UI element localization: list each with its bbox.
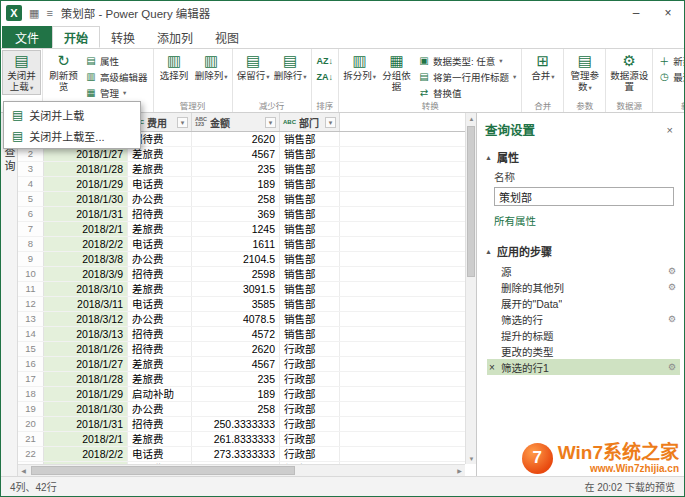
table-cell[interactable]: 电话费: [128, 237, 192, 251]
row-number[interactable]: 11: [18, 282, 44, 296]
table-cell[interactable]: 189: [192, 387, 280, 401]
table-cell[interactable]: 办公费: [128, 252, 192, 266]
table-cell[interactable]: 2018/1/28: [44, 162, 128, 176]
table-cell[interactable]: 4572: [192, 327, 280, 341]
table-cell[interactable]: 2018/2/1: [44, 222, 128, 236]
table-cell[interactable]: 2018/3/13: [44, 327, 128, 341]
scroll-right-icon[interactable]: ▶: [454, 465, 465, 476]
table-cell[interactable]: 4567: [192, 147, 280, 161]
applied-step-6[interactable]: 更改的类型: [487, 343, 680, 359]
table-cell[interactable]: 4078.5: [192, 312, 280, 326]
table-cell[interactable]: 电话费: [128, 297, 192, 311]
tab-视图[interactable]: 视图: [204, 26, 250, 48]
table-cell[interactable]: 189: [192, 177, 280, 191]
filter-icon[interactable]: ▾: [265, 117, 276, 128]
table-cell[interactable]: 2018/1/27: [44, 357, 128, 371]
replace-values-button[interactable]: ⇄替换值: [415, 85, 519, 100]
row-number[interactable]: 21: [18, 432, 44, 446]
scroll-left-icon[interactable]: ◀: [18, 465, 29, 476]
row-number[interactable]: 5: [18, 192, 44, 206]
row-number[interactable]: 4: [18, 177, 44, 191]
row-number[interactable]: 16: [18, 357, 44, 371]
table-cell[interactable]: 销售部: [280, 132, 340, 146]
tab-添加列[interactable]: 添加列: [146, 26, 204, 48]
table-cell[interactable]: 行政部: [280, 447, 340, 461]
row-number[interactable]: 7: [18, 222, 44, 236]
close-and-load-button[interactable]: ▤ 关闭并上载▾: [3, 51, 40, 94]
table-cell[interactable]: 2018/1/31: [44, 207, 128, 221]
row-number[interactable]: 13: [18, 312, 44, 326]
table-cell[interactable]: 销售部: [280, 252, 340, 266]
table-cell[interactable]: 2018/3/8: [44, 252, 128, 266]
applied-step-7[interactable]: ×筛选的行1⚙: [487, 359, 680, 375]
table-cell[interactable]: 2598: [192, 267, 280, 281]
table-cell[interactable]: 销售部: [280, 237, 340, 251]
remove-rows-button[interactable]: ▤ 删除行▾: [272, 51, 309, 83]
table-cell[interactable]: 2018/1/27: [44, 147, 128, 161]
table-cell[interactable]: 2018/1/30: [44, 192, 128, 206]
table-cell[interactable]: 2018/3/9: [44, 267, 128, 281]
row-number[interactable]: 18: [18, 387, 44, 401]
minimize-button[interactable]: –: [620, 1, 652, 25]
row-number[interactable]: 12: [18, 297, 44, 311]
merge-button[interactable]: ⊞ 合并▾: [524, 51, 561, 83]
table-cell[interactable]: 行政部: [280, 387, 340, 401]
table-cell[interactable]: 2018/1/29: [44, 387, 128, 401]
properties-section-header[interactable]: ▲ 属性: [477, 144, 684, 168]
manage-parameters-button[interactable]: ▤ 管理参数▾: [566, 51, 603, 94]
recent-sources-button[interactable]: ◷最近使用的源▾: [655, 69, 684, 84]
applied-steps-section-header[interactable]: ▲ 应用的步骤: [477, 238, 684, 262]
table-cell[interactable]: 招待费: [128, 417, 192, 431]
table-cell[interactable]: 销售部: [280, 297, 340, 311]
table-cell[interactable]: 1611: [192, 237, 280, 251]
step-settings-gear-icon[interactable]: ⚙: [668, 314, 676, 324]
choose-columns-button[interactable]: ▥ 选择列: [156, 51, 193, 82]
table-cell[interactable]: 2018/2/2: [44, 447, 128, 461]
table-cell[interactable]: 销售部: [280, 162, 340, 176]
table-cell[interactable]: 差旅费: [128, 147, 192, 161]
query-name-input[interactable]: [494, 187, 674, 206]
table-cell[interactable]: 2018/2/2: [44, 237, 128, 251]
table-cell[interactable]: 销售部: [280, 282, 340, 296]
close-settings-icon[interactable]: ×: [664, 124, 676, 136]
menu-item-2[interactable]: ▤关闭并上载至...: [5, 125, 139, 146]
row-number[interactable]: 2: [18, 147, 44, 161]
table-cell[interactable]: 2018/2/1: [44, 432, 128, 446]
row-number[interactable]: 6: [18, 207, 44, 221]
row-number[interactable]: 10: [18, 267, 44, 281]
table-cell[interactable]: 2104.5: [192, 252, 280, 266]
step-settings-gear-icon[interactable]: ⚙: [668, 362, 676, 372]
table-cell[interactable]: 2620: [192, 342, 280, 356]
tab-开始[interactable]: 开始: [52, 26, 100, 48]
tab-转换[interactable]: 转换: [100, 26, 146, 48]
menu-item-1[interactable]: ▤关闭并上载: [5, 104, 139, 125]
table-cell[interactable]: 销售部: [280, 267, 340, 281]
table-cell[interactable]: 差旅费: [128, 372, 192, 386]
quick-access-sheet-icon[interactable]: ▦: [29, 7, 39, 20]
row-number[interactable]: 17: [18, 372, 44, 386]
applied-step-5[interactable]: 提升的标题: [487, 327, 680, 343]
properties-button[interactable]: ▤属性: [82, 53, 151, 68]
table-cell[interactable]: 行政部: [280, 342, 340, 356]
new-source-button[interactable]: ＋新建源▾: [655, 53, 684, 68]
table-cell[interactable]: 差旅费: [128, 282, 192, 296]
table-cell[interactable]: 差旅费: [128, 162, 192, 176]
table-cell[interactable]: 2018/1/31: [44, 417, 128, 431]
horizontal-scrollbar[interactable]: ◀ ▶: [18, 464, 465, 476]
data-source-settings-button[interactable]: ⚙ 数据源设置: [608, 51, 650, 93]
manage-button[interactable]: ▦管理▾: [82, 85, 151, 100]
table-cell[interactable]: 销售部: [280, 147, 340, 161]
table-cell[interactable]: 2018/1/28: [44, 372, 128, 386]
table-cell[interactable]: 235: [192, 162, 280, 176]
close-button[interactable]: ×: [652, 1, 684, 25]
table-cell[interactable]: 行政部: [280, 357, 340, 371]
table-cell[interactable]: 办公费: [128, 192, 192, 206]
horizontal-scroll-track[interactable]: [29, 465, 454, 476]
table-cell[interactable]: 办公费: [128, 312, 192, 326]
table-cell[interactable]: 差旅费: [128, 222, 192, 236]
table-cell[interactable]: 258: [192, 402, 280, 416]
queries-pane-collapsed[interactable]: ▸ 查询: [1, 113, 18, 476]
table-cell[interactable]: 电话费: [128, 177, 192, 191]
refresh-preview-button[interactable]: ↻ 刷新预览: [45, 51, 82, 93]
table-cell[interactable]: 招待费: [128, 327, 192, 341]
